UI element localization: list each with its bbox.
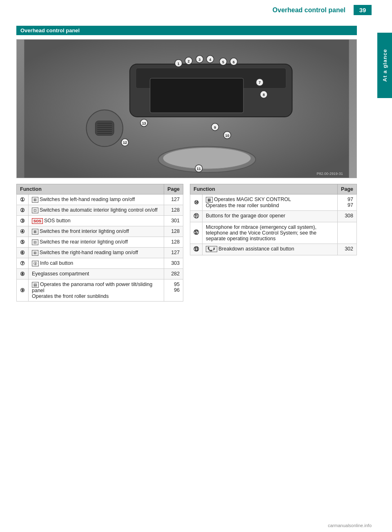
svg-text:7: 7	[258, 80, 261, 85]
tables-container: Function Page ① ⊞Switches the left-hand …	[16, 184, 357, 302]
row-page: 302	[338, 244, 357, 255]
table-row: ⑫ Microphone for mbrace (emergency call …	[190, 222, 357, 244]
row-number: ③	[17, 216, 29, 226]
bottom-logo: carmanualsonline.info	[328, 523, 372, 528]
row-function: Microphone for mbrace (emergency call sy…	[203, 222, 338, 244]
table-row: ⑦ 🛈Info call button 303	[17, 258, 183, 269]
row-function: ▤Operates the panorama roof with power t…	[29, 279, 164, 302]
table-row: ⑥ ⊞Switches the right-hand reading lamp …	[17, 248, 183, 258]
row-number: ①	[17, 194, 29, 205]
overhead-diagram: 1 2 3 4 5 6 7 8	[17, 40, 356, 178]
svg-text:2: 2	[187, 59, 189, 63]
svg-text:11: 11	[197, 167, 201, 171]
table-row: ⑧ Eyeglasses compartment 282	[17, 269, 183, 279]
svg-point-25	[163, 148, 251, 169]
svg-text:3: 3	[198, 58, 200, 62]
svg-text:5: 5	[222, 60, 224, 64]
row-number: ⑥	[17, 248, 29, 258]
svg-text:12: 12	[123, 141, 127, 145]
row-page: 127	[164, 194, 183, 205]
table-row: ① ⊞Switches the left-hand reading lamp o…	[17, 194, 183, 205]
row-number: ②	[17, 205, 29, 216]
table-row: ⑬ 📞✗Breakdown assistance call button 302	[190, 244, 357, 255]
svg-text:P82.00-2919-31: P82.00-2919-31	[317, 172, 343, 176]
right-function-header: Function	[190, 184, 338, 194]
sidebar-label: At a glance	[382, 49, 388, 82]
row-number: ⑩	[190, 194, 203, 211]
row-page: 282	[164, 269, 183, 279]
svg-text:9: 9	[214, 125, 216, 130]
row-page: 9797	[338, 194, 357, 211]
row-number: ⑪	[190, 210, 203, 222]
svg-text:6: 6	[233, 60, 235, 64]
left-function-header: Function	[17, 184, 164, 194]
table-row: ③ SOSSOS button 301	[17, 216, 183, 226]
row-number: ⑨	[17, 279, 29, 302]
main-content: Overhead control panel	[0, 18, 377, 310]
sidebar-tab: At a glance	[377, 33, 392, 98]
row-function: ⊞Switches the left-hand reading lamp on/…	[29, 194, 164, 205]
left-table: Function Page ① ⊞Switches the left-hand …	[16, 184, 183, 302]
left-page-header: Page	[164, 184, 183, 194]
row-number: ⑬	[190, 244, 203, 255]
svg-text:13: 13	[142, 121, 146, 125]
row-page: 9596	[164, 279, 183, 302]
svg-rect-19	[150, 78, 244, 112]
page-number: 39	[354, 5, 372, 15]
row-function: 🛈Info call button	[29, 258, 164, 269]
row-page: 128	[164, 205, 183, 216]
table-row: ④ ⊠Switches the front interior lighting …	[17, 226, 183, 237]
row-function: SOSSOS button	[29, 216, 164, 226]
row-number: ⑫	[190, 222, 203, 244]
header-title: Overhead control panel	[16, 7, 354, 14]
row-function: ▦Operates MAGIC SKY CONTROL Operates the…	[203, 194, 338, 211]
row-page: 128	[164, 237, 183, 248]
row-number: ⑤	[17, 237, 29, 248]
table-row: ⑪ Buttons for the garage door opener 308	[190, 210, 357, 222]
svg-text:8: 8	[263, 93, 265, 97]
row-function: ⊠Switches the front interior lighting on…	[29, 226, 164, 237]
table-row: ② ⊡Switches the automatic interior light…	[17, 205, 183, 216]
row-function: ⊟Switches the rear interior lighting on/…	[29, 237, 164, 248]
row-function: 📞✗Breakdown assistance call button	[203, 244, 338, 255]
row-number: ⑧	[17, 269, 29, 279]
row-function: ⊡Switches the automatic interior lightin…	[29, 205, 164, 216]
row-page: 127	[164, 248, 183, 258]
row-page	[338, 222, 357, 244]
right-table: Function Page ⑩ ▦Operates MAGIC SKY CONT…	[190, 184, 357, 255]
row-page: 301	[164, 216, 183, 226]
row-function: Eyeglasses compartment	[29, 269, 164, 279]
svg-text:4: 4	[209, 58, 211, 62]
row-page: 303	[164, 258, 183, 269]
row-page: 128	[164, 226, 183, 237]
table-row: ⑩ ▦Operates MAGIC SKY CONTROL Operates t…	[190, 194, 357, 211]
diagram-image: 1 2 3 4 5 6 7 8	[16, 39, 357, 178]
table-row: ⑤ ⊟Switches the rear interior lighting o…	[17, 237, 183, 248]
section-header: Overhead control panel	[16, 26, 357, 35]
svg-text:10: 10	[225, 134, 229, 138]
table-row: ⑨ ▤Operates the panorama roof with power…	[17, 279, 183, 302]
row-function: Buttons for the garage door opener	[203, 210, 338, 222]
row-page: 308	[338, 210, 357, 222]
row-number: ④	[17, 226, 29, 237]
row-number: ⑦	[17, 258, 29, 269]
row-function: ⊞Switches the right-hand reading lamp on…	[29, 248, 164, 258]
page-header: Overhead control panel 39	[0, 0, 392, 18]
right-page-header: Page	[338, 184, 357, 194]
svg-text:1: 1	[178, 62, 180, 66]
